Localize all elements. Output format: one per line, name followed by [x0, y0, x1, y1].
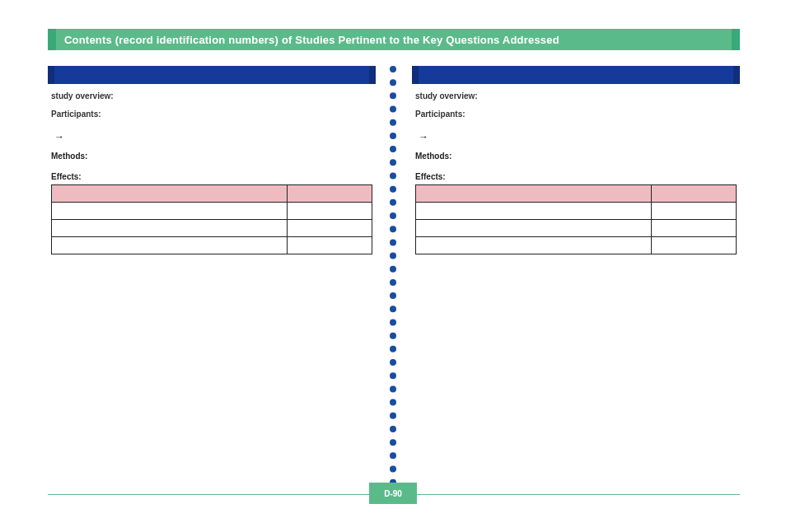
- page-number-badge: D-90: [369, 483, 417, 504]
- table-cell: [52, 219, 288, 236]
- participants-label: Participants:: [51, 110, 101, 119]
- table-header-cell: [652, 184, 737, 202]
- column-header-left: [48, 66, 376, 84]
- effects-title: Effects:: [415, 172, 737, 181]
- title-stripe-left: [48, 29, 56, 50]
- column-divider: [390, 66, 396, 486]
- table-header-cell: [288, 184, 372, 202]
- column-header-right: [412, 66, 740, 84]
- table-cell: [652, 202, 737, 219]
- table-cell: [288, 219, 372, 236]
- table-cell: [52, 236, 288, 254]
- arrow-right-icon: →: [415, 131, 432, 142]
- table-row: [416, 202, 737, 219]
- table-header-cell: [52, 184, 288, 202]
- methods-block: Methods:: [415, 151, 737, 162]
- effects-table: [415, 184, 737, 254]
- table-header-row: [52, 184, 372, 202]
- column-header-stripe: [733, 66, 740, 84]
- page-title: Contents (record identification numbers)…: [56, 29, 732, 50]
- column-header-text: [419, 66, 733, 84]
- table-cell: [416, 202, 652, 219]
- methods-label: Methods:: [51, 152, 87, 161]
- table-row: [416, 236, 737, 254]
- page: Contents (record identification numbers)…: [0, 0, 786, 532]
- column-header-stripe: [48, 66, 54, 84]
- table-cell: [652, 219, 737, 236]
- column-header-text: [54, 66, 369, 84]
- overview-block: study overview: Participants:: [51, 91, 372, 119]
- table-cell: [416, 236, 652, 254]
- column-header-stripe: [412, 66, 419, 84]
- participants-label: Participants:: [415, 110, 466, 119]
- table-header-row: [416, 184, 737, 202]
- column-header-stripe: [369, 66, 376, 84]
- arrow-right-icon: →: [51, 131, 68, 142]
- table-row: [416, 219, 737, 236]
- table-row: [52, 202, 372, 219]
- title-stripe-right: [732, 29, 740, 50]
- problem-type-line: →: [415, 131, 737, 142]
- title-bar: Contents (record identification numbers)…: [48, 29, 740, 50]
- table-cell: [288, 202, 372, 219]
- table-row: [52, 236, 372, 254]
- overview-block: study overview: Participants:: [415, 91, 737, 119]
- table-header-cell: [416, 184, 652, 202]
- overview-label: study overview:: [51, 91, 114, 100]
- table-cell: [52, 202, 288, 219]
- table-cell: [416, 219, 652, 236]
- table-cell: [652, 236, 737, 254]
- problem-type-line: →: [51, 131, 372, 142]
- effects-table: [51, 184, 372, 254]
- methods-label: Methods:: [415, 152, 451, 161]
- table-row: [52, 219, 372, 236]
- table-cell: [288, 236, 372, 254]
- methods-block: Methods:: [51, 151, 372, 162]
- overview-label: study overview:: [415, 91, 478, 100]
- column-left: study overview: Participants: → Methods:…: [48, 66, 376, 482]
- column-right: study overview: Participants: → Methods:…: [412, 66, 740, 482]
- effects-title: Effects:: [51, 172, 372, 181]
